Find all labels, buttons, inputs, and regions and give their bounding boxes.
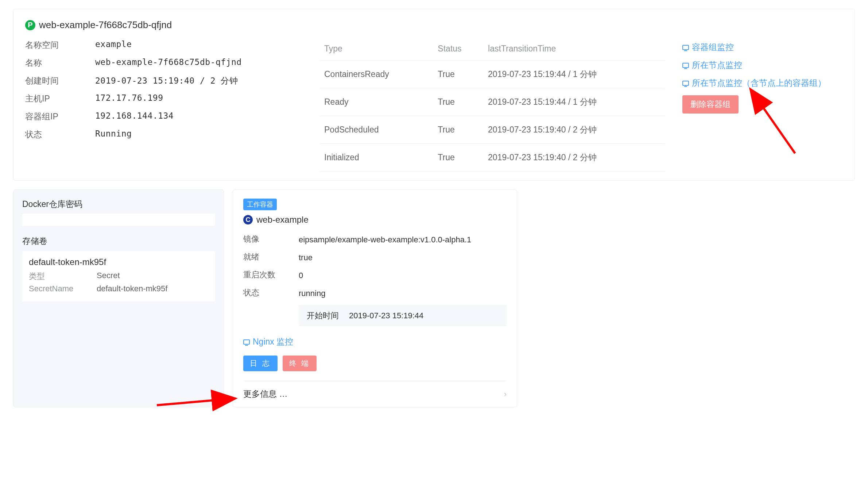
- node-monitor-with-pods-label: 所在节点监控（含节点上的容器组）: [692, 77, 826, 89]
- docker-secret-empty: [22, 214, 215, 226]
- volume-secret-label: SecretName: [29, 284, 97, 293]
- created-label: 创建时间: [25, 75, 95, 87]
- cell-type: PodScheduled: [320, 116, 433, 144]
- pod-ip-value: 192.168.144.134: [95, 111, 174, 122]
- image-label: 镜像: [243, 234, 299, 246]
- status-label: 状态: [25, 129, 95, 140]
- cell-type: Initialized: [320, 144, 433, 172]
- chevron-right-icon: ›: [504, 389, 507, 399]
- monitor-icon: [682, 63, 689, 68]
- name-label: 名称: [25, 57, 95, 69]
- table-row: ContainersReady True 2019-07-23 15:19:44…: [320, 61, 665, 88]
- node-monitor-with-pods-link[interactable]: 所在节点监控（含节点上的容器组）: [682, 77, 843, 89]
- status-value: Running: [95, 129, 132, 140]
- logs-button[interactable]: 日 志: [243, 356, 278, 371]
- image-value: eipsample/example-web-example:v1.0.0-alp…: [299, 234, 507, 246]
- container-badge-icon: C: [243, 215, 253, 224]
- more-info-label: 更多信息 …: [243, 388, 287, 400]
- col-status: Status: [433, 39, 484, 61]
- node-monitor-label: 所在节点监控: [692, 59, 742, 71]
- volume-item: default-token-mk95f 类型 Secret SecretName…: [22, 251, 215, 302]
- namespace-label: 名称空间: [25, 39, 95, 51]
- volume-type-label: 类型: [29, 271, 97, 282]
- table-row: Ready True 2019-07-23 15:19:44 / 1 分钟: [320, 88, 665, 116]
- host-ip-value: 172.17.76.199: [95, 93, 163, 104]
- terminal-button[interactable]: 终 端: [283, 356, 317, 371]
- container-tag: 工作容器: [243, 199, 277, 210]
- state-value: running: [299, 287, 507, 299]
- cell-status: True: [433, 116, 484, 144]
- pod-ip-label: 容器组IP: [25, 111, 95, 122]
- col-time: lastTransitionTime: [484, 39, 665, 61]
- table-row: PodScheduled True 2019-07-23 15:19:40 / …: [320, 116, 665, 144]
- volume-secret-value: default-token-mk95f: [97, 284, 167, 293]
- volume-name: default-token-mk95f: [29, 257, 208, 267]
- pod-monitor-label: 容器组监控: [692, 42, 734, 53]
- nginx-monitor-label: Nginx 监控: [253, 336, 293, 348]
- pod-title-row: P web-example-7f668c75db-qfjnd: [25, 19, 843, 31]
- created-value: 2019-07-23 15:19:40 / 2 分钟: [95, 75, 238, 87]
- volumes-heading: 存储卷: [22, 235, 215, 247]
- cell-time: 2019-07-23 15:19:40 / 2 分钟: [484, 144, 665, 172]
- monitor-icon: [243, 339, 250, 345]
- monitor-icon: [682, 45, 689, 50]
- cell-type: ContainersReady: [320, 61, 433, 88]
- ready-value: true: [299, 252, 507, 264]
- col-type: Type: [320, 39, 433, 61]
- pod-badge-icon: P: [25, 20, 35, 30]
- cell-time: 2019-07-23 15:19:44 / 1 分钟: [484, 88, 665, 116]
- table-row: Initialized True 2019-07-23 15:19:40 / 2…: [320, 144, 665, 172]
- ready-label: 就绪: [243, 252, 299, 264]
- container-name: web-example: [256, 215, 309, 225]
- start-spacer: [243, 305, 299, 326]
- cell-type: Ready: [320, 88, 433, 116]
- restarts-label: 重启次数: [243, 269, 299, 281]
- cell-status: True: [433, 144, 484, 172]
- start-time-value: 2019-07-23 15:19:44: [349, 310, 423, 322]
- namespace-value: example: [95, 39, 132, 51]
- cell-status: True: [433, 88, 484, 116]
- pod-name-title: web-example-7f668c75db-qfjnd: [39, 19, 172, 31]
- status-table: Type Status lastTransitionTime Container…: [320, 39, 665, 172]
- restarts-value: 0: [299, 269, 507, 281]
- cell-time: 2019-07-23 15:19:44 / 1 分钟: [484, 61, 665, 88]
- nginx-monitor-link[interactable]: Nginx 监控: [243, 336, 293, 348]
- cell-time: 2019-07-23 15:19:40 / 2 分钟: [484, 116, 665, 144]
- delete-pod-button[interactable]: 删除容器组: [682, 95, 739, 114]
- start-time-box: 开始时间 2019-07-23 15:19:44: [299, 305, 507, 326]
- container-title-row: C web-example: [243, 215, 507, 225]
- pod-summary-card: P web-example-7f668c75db-qfjnd 名称空间examp…: [13, 9, 855, 181]
- name-value: web-example-7f668c75db-qfjnd: [95, 57, 242, 69]
- action-column: 容器组监控 所在节点监控 所在节点监控（含节点上的容器组） 删除容器组: [682, 39, 843, 172]
- pod-monitor-link[interactable]: 容器组监控: [682, 42, 843, 53]
- side-panel: Docker仓库密码 存储卷 default-token-mk95f 类型 Se…: [13, 189, 224, 407]
- status-table-wrapper: Type Status lastTransitionTime Container…: [320, 39, 665, 172]
- node-monitor-link[interactable]: 所在节点监控: [682, 59, 843, 71]
- start-time-label: 开始时间: [307, 310, 339, 322]
- monitor-icon: [682, 81, 689, 86]
- more-info-row[interactable]: 更多信息 … ›: [243, 381, 507, 407]
- state-label: 状态: [243, 287, 299, 299]
- container-card: 工作容器 C web-example 镜像 eipsample/example-…: [233, 189, 517, 407]
- host-ip-label: 主机IP: [25, 93, 95, 104]
- volume-type-value: Secret: [97, 271, 120, 282]
- pod-fields: 名称空间example 名称web-example-7f668c75db-qfj…: [25, 39, 302, 172]
- docker-secret-heading: Docker仓库密码: [22, 199, 215, 210]
- cell-status: True: [433, 61, 484, 88]
